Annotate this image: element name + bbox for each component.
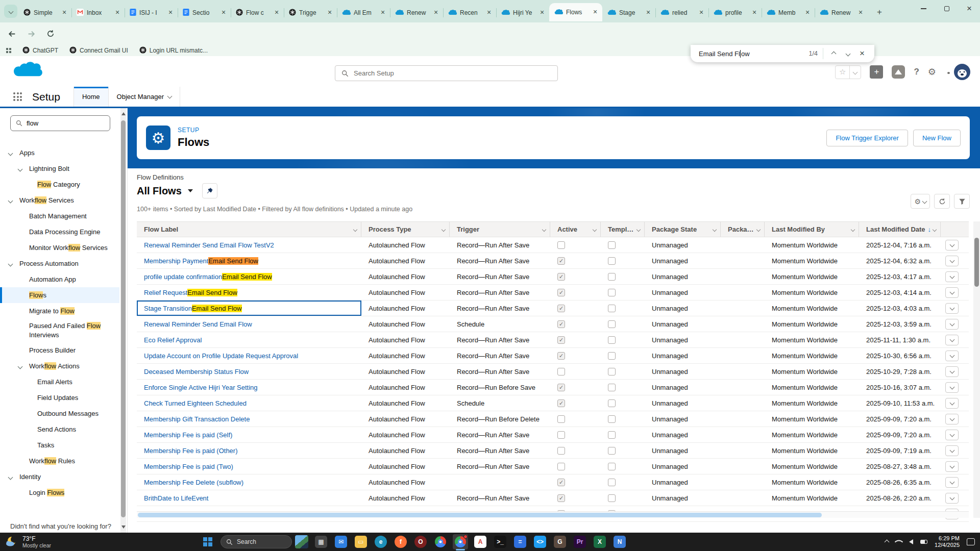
chevron-down-icon[interactable]: [593, 227, 597, 231]
browser-tab-hijri-ye[interactable]: Hijri Ye×: [496, 4, 549, 21]
flow-label-link[interactable]: Enforce Single Active Hijri Year Setting: [137, 380, 361, 395]
new-flow-button[interactable]: New Flow: [913, 130, 961, 146]
browser-tab-stage[interactable]: Stage×: [602, 4, 655, 21]
tab-object-manager[interactable]: Object Manager: [109, 87, 181, 107]
flow-label-link[interactable]: Relief Request Email Send Flow: [137, 285, 361, 300]
browser-tab-inbox[interactable]: Inbox×: [71, 4, 125, 21]
tab-close-icon[interactable]: ×: [432, 9, 440, 17]
app-launcher-icon[interactable]: [13, 92, 22, 101]
tab-close-icon[interactable]: ×: [644, 9, 652, 17]
flow-label-link[interactable]: Membership Fee is paid (Other): [137, 443, 361, 458]
flow-label-link[interactable]: Eco Relief Approval: [137, 332, 361, 347]
taskbar-app-edge-icon[interactable]: e: [373, 534, 388, 549]
taskbar-app-command-prompt-icon[interactable]: >_: [493, 534, 508, 549]
taskbar-app-chrome-icon[interactable]: [433, 534, 448, 549]
row-actions-button[interactable]: [945, 256, 959, 266]
sidebar-item-email-alerts[interactable]: Email Alerts: [0, 374, 119, 390]
flow-label-link[interactable]: Renewal Reminder Send Email Flow TestV2: [137, 237, 361, 253]
sidebar-item-flow-category[interactable]: Flow Category: [0, 177, 119, 192]
refresh-list-button[interactable]: [934, 194, 950, 209]
scroll-up-icon[interactable]: [121, 112, 126, 115]
flow-trigger-explorer-button[interactable]: Flow Trigger Explorer: [826, 130, 908, 146]
browser-tab-memb[interactable]: Memb×: [762, 4, 815, 21]
setup-gear-button[interactable]: ⚙: [928, 66, 936, 78]
sidebar-item-login-flows[interactable]: Login Flows: [0, 485, 119, 500]
sidebar-item-workflow-rules[interactable]: Workflow Rules: [0, 453, 119, 469]
user-avatar[interactable]: [953, 63, 971, 81]
weather-widget[interactable]: 73°F Mostly clear: [0, 536, 87, 548]
column-header-process-type[interactable]: Process Type: [361, 222, 450, 237]
tab-close-icon[interactable]: ×: [803, 9, 812, 17]
sidebar-scrollbar[interactable]: [120, 108, 126, 533]
battery-icon[interactable]: [920, 540, 927, 544]
row-actions-button[interactable]: [945, 493, 959, 504]
taskbar-app-mail-icon[interactable]: ✉: [333, 534, 349, 549]
flow-label-link[interactable]: Membership Fee Delete (subflow): [137, 474, 361, 490]
row-actions-button[interactable]: [945, 335, 959, 345]
flow-label-link[interactable]: Stage Transition Email Send Flow: [137, 300, 361, 316]
new-tab-button[interactable]: +: [874, 7, 885, 18]
row-actions-button[interactable]: [945, 430, 959, 440]
browser-tab-sectio[interactable]: Sectio×: [178, 4, 231, 21]
browser-tab-relied[interactable]: relied×: [655, 4, 708, 21]
flow-label-link[interactable]: Check Turned Eighteen Scheduled: [137, 395, 361, 411]
start-button[interactable]: [199, 537, 216, 546]
chevron-down-icon[interactable]: [442, 227, 446, 231]
browser-tab-all-em[interactable]: All Em×: [337, 4, 390, 21]
sidebar-item-automation-app[interactable]: Automation App: [0, 271, 119, 287]
vertical-scrollbar[interactable]: [973, 221, 980, 518]
taskbar-app-firefox-icon[interactable]: f: [393, 534, 408, 549]
column-header-packa-[interactable]: Packa…: [721, 222, 765, 237]
flow-label-link[interactable]: Membership Fee is paid (Two): [137, 459, 361, 474]
browser-tab-flows[interactable]: Flows×: [549, 3, 602, 21]
tab-close-icon[interactable]: ×: [591, 8, 599, 16]
favorites-list-button[interactable]: [849, 66, 861, 79]
find-in-page-bar[interactable]: Email Send Flow 1/4 ×: [691, 45, 874, 62]
flow-label-link[interactable]: Update Account on Profile Update Request…: [137, 348, 361, 363]
tab-close-icon[interactable]: ×: [60, 9, 68, 17]
browser-tab-trigge[interactable]: Trigge×: [284, 4, 337, 21]
taskbar-app-gimp-icon[interactable]: G: [552, 534, 568, 549]
column-header-templ-[interactable]: Templ…: [601, 222, 645, 237]
window-close-button[interactable]: ×: [959, 0, 980, 17]
row-actions-button[interactable]: [945, 319, 959, 330]
column-header-last-modified-date[interactable]: Last Modified Date↓: [859, 222, 941, 237]
chevron-down-icon[interactable]: [8, 151, 13, 156]
find-query[interactable]: Email Send Flow: [699, 50, 750, 58]
row-actions-button[interactable]: [945, 303, 959, 314]
tab-close-icon[interactable]: ×: [379, 9, 387, 17]
volume-icon[interactable]: [909, 539, 913, 544]
sidebar-item-data-processing-engine[interactable]: Data Processing Engine: [0, 224, 119, 240]
taskbar-app-premiere-icon[interactable]: Pr: [572, 534, 587, 549]
tab-close-icon[interactable]: ×: [113, 9, 121, 17]
column-header-actions[interactable]: [941, 222, 963, 237]
chevron-down-icon[interactable]: [18, 364, 23, 369]
sidebar-item-workflow-services[interactable]: Workflow Services: [0, 192, 119, 208]
bookmark-item[interactable]: ChatGPT: [22, 46, 58, 55]
taskbar-search-box[interactable]: Search: [220, 535, 292, 548]
chevron-down-icon[interactable]: [542, 227, 546, 231]
global-actions-button[interactable]: +: [870, 65, 883, 79]
chevron-down-icon[interactable]: [8, 262, 13, 267]
trailhead-help-button[interactable]: [892, 65, 905, 79]
bookmark-item[interactable]: Connect Gmail UI: [69, 46, 128, 55]
window-minimize-button[interactable]: [912, 0, 935, 17]
browser-tab-flow-c[interactable]: Flow c×: [231, 4, 284, 21]
tab-close-icon[interactable]: ×: [273, 9, 281, 17]
sidebar-item-batch-management[interactable]: Batch Management: [0, 208, 119, 224]
sidebar-item-identity[interactable]: Identity: [0, 469, 119, 485]
row-actions-button[interactable]: [945, 414, 959, 424]
sidebar-item-field-updates[interactable]: Field Updates: [0, 390, 119, 406]
row-actions-button[interactable]: [945, 366, 959, 377]
back-button[interactable]: [4, 26, 19, 41]
scroll-down-icon[interactable]: [121, 525, 126, 529]
filter-list-button[interactable]: [954, 194, 970, 209]
column-header-trigger[interactable]: Trigger: [450, 222, 550, 237]
row-actions-button[interactable]: [945, 287, 959, 298]
sidebar-item-flows[interactable]: Flows: [0, 287, 119, 303]
flow-label-link[interactable]: Membership Gift Transaction Delete: [137, 411, 361, 427]
taskbar-app-excel-icon[interactable]: X: [592, 534, 607, 549]
tab-search-button[interactable]: [4, 5, 17, 18]
row-actions-button[interactable]: [945, 271, 959, 282]
row-actions-button[interactable]: [945, 445, 959, 456]
